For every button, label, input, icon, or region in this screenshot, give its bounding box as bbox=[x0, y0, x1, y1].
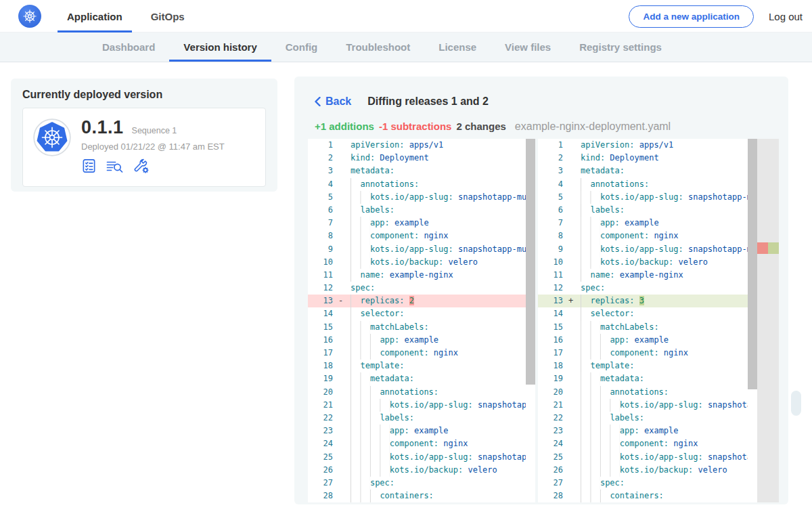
yaml-key: kots.io/app-slug: bbox=[600, 244, 683, 254]
tab-application[interactable]: Application bbox=[58, 0, 132, 32]
diff-marker bbox=[336, 217, 351, 230]
code-text: app: example bbox=[581, 334, 669, 347]
code-text: annotations: bbox=[581, 178, 649, 191]
yaml-value: snapshotapp-mu bbox=[688, 192, 748, 202]
code-text: kots.io/app-slug: snapshotapp-mu bbox=[351, 191, 526, 204]
yaml-key: kots.io/app-slug: bbox=[390, 452, 473, 462]
code-text: app: example bbox=[581, 217, 659, 230]
subnav-item-license[interactable]: License bbox=[424, 32, 491, 62]
diff-marker bbox=[336, 347, 351, 360]
subnav-item-version-history[interactable]: Version history bbox=[169, 32, 271, 62]
overview-ruler bbox=[757, 139, 779, 502]
indent-guides bbox=[351, 204, 360, 217]
kubernetes-logo-icon[interactable] bbox=[18, 5, 41, 28]
edit-config-icon[interactable] bbox=[133, 158, 150, 174]
logout-button[interactable]: Log out bbox=[769, 11, 803, 22]
yaml-key: annotations: bbox=[590, 179, 649, 189]
yaml-key: kots.io/backup: bbox=[390, 465, 463, 475]
diff-editor-right[interactable]: 1apiVersion: apps/v12kind: Deployment3me… bbox=[538, 139, 779, 502]
release-notes-icon[interactable] bbox=[81, 158, 97, 174]
diff-marker bbox=[336, 165, 351, 177]
subnav-item-view-files[interactable]: View files bbox=[491, 32, 565, 62]
indent-guides bbox=[351, 425, 390, 437]
code-line: 20annotations: bbox=[538, 386, 779, 399]
diff-marker bbox=[566, 204, 581, 217]
tab-gitops[interactable]: GitOps bbox=[141, 0, 194, 32]
diff-marker bbox=[566, 139, 581, 152]
indent-guides bbox=[581, 477, 600, 490]
line-number: 24 bbox=[538, 437, 566, 450]
page-scrollbar-thumb[interactable] bbox=[791, 391, 801, 416]
code-line: 6labels: bbox=[308, 204, 535, 217]
right-scrollbar-thumb[interactable] bbox=[748, 139, 757, 389]
code-line: 4annotations: bbox=[538, 178, 779, 191]
diff-marker bbox=[566, 372, 581, 385]
diff-marker bbox=[336, 372, 351, 385]
diff-marker bbox=[336, 464, 351, 477]
yaml-key: matchLabels: bbox=[600, 322, 659, 332]
diff-marker bbox=[566, 360, 581, 372]
yaml-key: spec: bbox=[351, 283, 375, 292]
code-line: 9kots.io/app-slug: snapshotapp-mu bbox=[308, 243, 535, 256]
yaml-value: example bbox=[394, 218, 429, 228]
version-details: 0.1.1 Sequence 1 Deployed 01/21/22 @ 11:… bbox=[81, 117, 225, 177]
additions-count: +1 additions bbox=[315, 121, 374, 132]
indent-guides bbox=[581, 372, 600, 385]
code-text: labels: bbox=[581, 412, 644, 425]
code-text: kots.io/app-slug: snapshotapp-mu bbox=[581, 191, 748, 204]
line-number: 7 bbox=[308, 217, 336, 230]
yaml-key: spec: bbox=[581, 283, 605, 292]
yaml-value: example bbox=[405, 335, 439, 345]
code-text: kots.io/app-slug: snapshotapp-mu bbox=[581, 243, 748, 256]
code-line: 23app: example bbox=[308, 425, 535, 437]
line-number: 23 bbox=[538, 425, 566, 437]
view-logs-icon[interactable] bbox=[106, 158, 124, 174]
yaml-value: Deployment bbox=[380, 153, 428, 162]
overview-added-mark bbox=[768, 242, 779, 254]
sequence-label: Sequence 1 bbox=[132, 126, 177, 135]
line-number: 9 bbox=[538, 243, 566, 256]
yaml-key: kots.io/app-slug: bbox=[620, 400, 703, 410]
code-line: 12spec: bbox=[308, 282, 535, 295]
line-number: 6 bbox=[538, 204, 566, 217]
yaml-value: snapshotap bbox=[478, 452, 526, 462]
yaml-value: Deployment bbox=[610, 153, 658, 162]
diff-card: Back Diffing releases 1 and 2 +1 additio… bbox=[294, 77, 788, 504]
indent-guides bbox=[581, 334, 610, 347]
subnav-item-config[interactable]: Config bbox=[271, 32, 332, 62]
diff-editor-left[interactable]: 1apiVersion: apps/v12kind: Deployment3me… bbox=[308, 139, 535, 502]
left-scrollbar-thumb[interactable] bbox=[526, 139, 535, 385]
line-number: 8 bbox=[538, 230, 566, 242]
indent-guides bbox=[581, 451, 620, 464]
subnav-item-troubleshoot[interactable]: Troubleshoot bbox=[332, 32, 424, 62]
subnav-item-registry-settings[interactable]: Registry settings bbox=[565, 32, 676, 62]
line-number: 14 bbox=[538, 307, 566, 320]
code-text: spec: bbox=[581, 477, 625, 490]
diff-marker bbox=[336, 191, 351, 204]
indent-guides bbox=[351, 477, 370, 490]
diff-marker bbox=[336, 386, 351, 399]
indent-guides bbox=[581, 412, 610, 425]
line-number: 8 bbox=[308, 230, 336, 242]
yaml-key: containers: bbox=[380, 491, 433, 500]
add-application-button[interactable]: Add a new application bbox=[629, 5, 754, 28]
line-number: 7 bbox=[538, 217, 566, 230]
indent-guides bbox=[581, 178, 590, 191]
indent-guides bbox=[581, 399, 620, 412]
app-subnav: DashboardVersion historyConfigTroublesho… bbox=[0, 32, 812, 62]
code-text: labels: bbox=[351, 412, 414, 425]
yaml-key: containers: bbox=[610, 491, 663, 500]
line-number: 11 bbox=[308, 269, 336, 282]
code-line: 19metadata: bbox=[308, 372, 535, 385]
diff-marker bbox=[566, 282, 581, 295]
line-number: 9 bbox=[308, 243, 336, 256]
code-line: 6labels: bbox=[538, 204, 779, 217]
code-text: labels: bbox=[351, 204, 394, 217]
back-link[interactable]: Back bbox=[315, 95, 351, 108]
code-text: app: example bbox=[351, 425, 449, 437]
diff-marker bbox=[566, 307, 581, 320]
yaml-value: example bbox=[625, 218, 659, 228]
code-text: component: nginx bbox=[581, 347, 688, 360]
subnav-item-dashboard[interactable]: Dashboard bbox=[88, 32, 169, 62]
code-text: annotations: bbox=[351, 386, 438, 399]
